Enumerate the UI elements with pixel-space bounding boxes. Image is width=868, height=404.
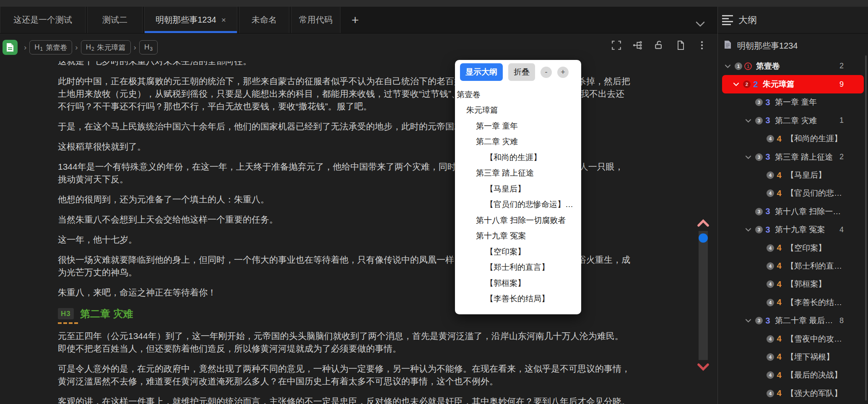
scrollbar-track[interactable] [699, 231, 708, 360]
heading-level-circle: 4 [767, 390, 774, 397]
chevron-down-icon[interactable] [733, 82, 743, 86]
outline-popup-item[interactable]: 【马皇后】 [455, 181, 581, 197]
outline-tree-item[interactable]: 44【雪夜中的攻击】 [722, 330, 864, 348]
tab-4[interactable]: 未命名 [239, 7, 289, 33]
paragraph[interactable]: 客观的讲，在这样一件事上，就维护元朝的统治而言，主张修的不一定是忠臣，反对修的也… [58, 395, 630, 404]
window-titlebar [0, 0, 868, 7]
zoom-out-button[interactable]: - [541, 67, 552, 78]
outline-popup-item[interactable]: 【李善长的结局】 [455, 291, 581, 307]
level-number: 4 [776, 171, 782, 180]
outline-tree-item[interactable]: 44【最后的决战】 [722, 366, 864, 384]
outline-popup: 显示大纲 折叠 - + 第壹卷朱元璋篇第一章 童年第二章 灾难【和尚的生涯】第三… [455, 60, 581, 314]
outline-tree-item[interactable]: 44【埋下祸根】 [722, 348, 864, 366]
sidebar-header: 大纲 [718, 7, 868, 34]
child-count-badge: 9 [836, 80, 844, 89]
chevron-down-icon[interactable] [694, 20, 706, 30]
outline-doc-title: 明朝那些事1234 [737, 40, 798, 52]
outline-item-label: 【郑士利的直言】 [786, 261, 844, 272]
tab-2[interactable]: 测试二 [87, 7, 143, 33]
outline-popup-item[interactable]: 【郑士利的直言】 [455, 260, 581, 276]
chevron-down-icon[interactable] [745, 119, 755, 123]
outline-popup-item[interactable]: 第一章 童年 [455, 118, 581, 134]
child-count-badge: 2 [836, 153, 844, 161]
outline-popup-item[interactable]: 第二章 灾难 [455, 134, 581, 150]
unlock-icon[interactable] [654, 40, 665, 51]
outline-doc-row[interactable]: 明朝那些事1234 [718, 36, 868, 55]
outline-tree-item[interactable]: 44【和尚的生涯】 [722, 130, 864, 148]
outline-tree-item[interactable]: 44【郭桓案】 [722, 275, 864, 293]
outline-item-label: 【和尚的生涯】 [786, 133, 842, 144]
fullscreen-icon[interactable] [611, 40, 622, 51]
outline-item-label: 第壹卷 [756, 61, 780, 72]
editor-viewport[interactable]: 这就是十七岁时的朱重八对未来生活的全部向往。此时的中国，正在极其腐败的元王朝的统… [0, 61, 717, 404]
outline-tree-item[interactable]: 11第壹卷2 [722, 57, 864, 75]
outline-popup-item[interactable]: 朱元璋篇 [455, 103, 581, 119]
tab-3[interactable]: 明朝那些事1234× [144, 7, 237, 33]
outline-tree-item[interactable]: 22朱元璋篇9 [722, 75, 864, 93]
outline-popup-item[interactable]: 第三章 踏上征途 [455, 166, 581, 181]
panel-divider[interactable] [717, 7, 718, 404]
outline-popup-item[interactable]: 【官员们的悲惨命运】… [455, 197, 581, 213]
file-icon[interactable] [675, 40, 686, 51]
heading-level-circle: 4 [767, 171, 774, 179]
heading-tag: H3 [144, 43, 153, 52]
heading-level-circle: 4 [767, 244, 774, 252]
scroll-up-arrow-icon[interactable] [696, 218, 710, 230]
chevron-down-icon[interactable] [725, 64, 735, 68]
breadcrumb-item-h2[interactable]: H2朱元璋篇 [81, 40, 131, 54]
outline-popup-item[interactable]: 第壹卷 [455, 87, 581, 103]
heading-tag: H1 [34, 43, 43, 52]
breadcrumb-item-h3[interactable]: H3 [139, 40, 158, 54]
outline-tree-item[interactable]: 44【强大的军队】 [722, 384, 864, 402]
outline-tree-item[interactable]: 44【空印案】 [722, 239, 864, 257]
breadcrumb: ›H1第壹卷›H2朱元璋篇›H3 [21, 40, 158, 54]
outline-tree-item[interactable]: 44【马皇后】 [722, 166, 864, 184]
paragraph[interactable]: 元至正四年（公元1344年）到了，这一年刚开始，元帝国的头头脑脑们就收到了两个消… [58, 330, 630, 355]
outline-tree-item[interactable]: 44【郑士利的直言】 [722, 257, 864, 275]
tab-5[interactable]: 常用代码 [291, 7, 340, 33]
show-outline-button[interactable]: 显示大纲 [460, 63, 503, 81]
outline-popup-item[interactable]: 第十九章 冤案 [455, 228, 581, 244]
outline-item-label: 朱元璋篇 [763, 79, 795, 90]
new-tab-button[interactable]: + [342, 7, 368, 33]
scrollbar-thumb[interactable] [699, 233, 708, 243]
outline-icon [722, 15, 733, 25]
outline-tree-item[interactable]: 33第三章 踏上征途2 [722, 148, 864, 166]
outline-tree-item[interactable]: 44【官员们的悲惨… [722, 184, 864, 202]
outline-item-label: 【雪夜中的攻击】 [786, 334, 844, 344]
file-icon [724, 40, 731, 51]
heading-text: 第二章 灾难 [80, 307, 133, 321]
level-number: 4 [776, 261, 782, 271]
outline-tree-item[interactable]: 33第十九章 冤案4 [722, 221, 864, 239]
outline-tree: 11第壹卷222朱元璋篇933第一章 童年33第二章 灾难144【和尚的生涯】3… [718, 57, 868, 402]
scroll-down-arrow-icon[interactable] [696, 362, 710, 373]
chevron-down-icon[interactable] [745, 228, 755, 232]
outline-popup-item[interactable]: 【和尚的生涯】 [455, 150, 581, 166]
outline-popup-item[interactable]: 第十八章 扫除一切腐败者 [455, 212, 581, 228]
heading-tag-number: 1 [40, 46, 43, 52]
heading-level-circle: 3 [755, 98, 763, 106]
outline-tree-item[interactable]: 33第一章 童年 [722, 93, 864, 111]
paragraph[interactable]: 可是令人意外的是，在元的政府中，竟然出现了两种不同的意见，一种认为一定要修，另一… [58, 363, 630, 388]
document-icon[interactable] [3, 40, 18, 55]
mindmap-icon[interactable] [632, 40, 643, 51]
zoom-in-button[interactable]: + [557, 67, 569, 78]
heading-level-circle: 3 [755, 226, 763, 233]
chevron-down-icon[interactable] [745, 155, 755, 159]
breadcrumb-item-h1[interactable]: H1第壹卷 [29, 40, 72, 54]
heading-level-circle: 1 [735, 62, 742, 70]
tab-1[interactable]: 这还是一个测试 [0, 7, 86, 33]
sidebar-scrollbar[interactable] [865, 55, 867, 401]
chevron-down-icon[interactable] [745, 319, 755, 323]
outline-tree-item[interactable]: 33第二十章 最后…8 [722, 311, 864, 329]
outline-popup-item[interactable]: 【空印案】 [455, 244, 581, 260]
outline-tree-item[interactable]: 33第十八章 扫除一切… [722, 202, 864, 220]
outline-popup-item[interactable]: 【郭桓案】 [455, 275, 581, 291]
tab-label: 这还是一个测试 [13, 14, 72, 26]
more-icon[interactable] [696, 40, 707, 51]
level-number: 4 [776, 352, 782, 362]
outline-tree-item[interactable]: 44【李善长的结局】 [722, 293, 864, 311]
collapse-button[interactable]: 折叠 [508, 63, 535, 81]
close-icon[interactable]: × [221, 16, 226, 24]
outline-tree-item[interactable]: 33第二章 灾难1 [722, 111, 864, 129]
